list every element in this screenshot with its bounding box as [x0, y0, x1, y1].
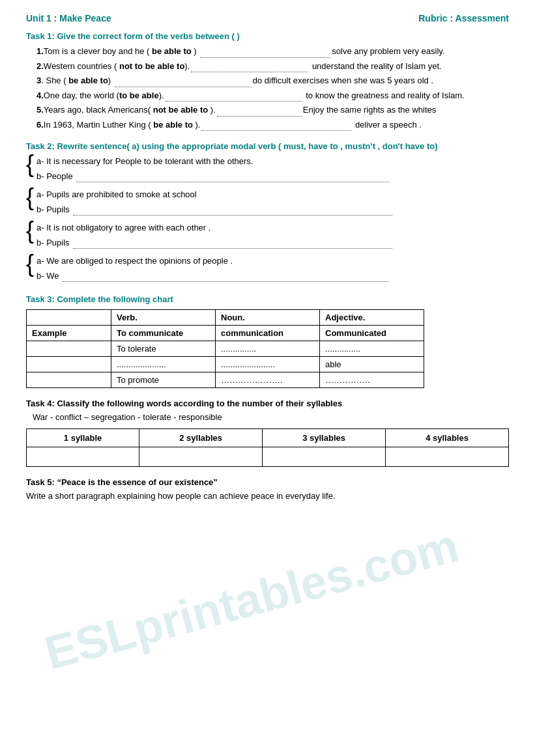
brace1-icon: { — [26, 152, 34, 176]
header: Unit 1 : Make Peace Rubric : Assessment — [26, 13, 509, 23]
chart-row3-adj: ……………. — [320, 372, 424, 388]
task3-section: Task 3: Complete the following chart Ver… — [26, 294, 509, 388]
syllable-header-2: 2 syllables — [139, 429, 263, 447]
chart-row1-noun: ............... — [216, 341, 320, 357]
task3-table: Verb. Noun. Adjective. Example To commun… — [26, 309, 424, 388]
task4-table: 1 syllable 2 syllables 3 syllables 4 syl… — [26, 428, 509, 467]
watermark: ESLprintables.com — [39, 518, 463, 680]
task2-group1-lines: a- It is necessary for People to be tole… — [36, 155, 390, 184]
task1-line4: 4.One day, the world (to be able). to kn… — [36, 89, 509, 102]
task2-g1-a: a- It is necessary for People to be tole… — [36, 155, 390, 168]
task1-section: Task 1: Give the correct form of the ver… — [26, 31, 509, 131]
task2-g3-b: b- Pupils — [36, 236, 394, 249]
task4-words: War - conflict – segregation - tolerate … — [33, 412, 509, 422]
task1-line5: 5.Years ago, black Americans( not be abl… — [36, 104, 509, 117]
task2-g3-a: a- It is not obligatory to agree with ea… — [36, 221, 394, 234]
task2-group4: { a- We are obliged to respect the opini… — [26, 255, 509, 284]
syllable-cell-2 — [139, 447, 263, 467]
task1-title: Task 1: Give the correct form of the ver… — [26, 31, 509, 41]
syllable-cell-3 — [263, 447, 386, 467]
chart-row2-verb: ..................... — [111, 357, 216, 372]
task2-group2: { a- Pupils are prohibited to smoke at s… — [26, 188, 509, 217]
brace2-icon: { — [26, 186, 34, 209]
task2-group1: { a- It is necessary for People to be to… — [26, 155, 509, 184]
rubric-title: Rubric : Assessment — [418, 13, 509, 23]
chart-row3-empty — [27, 372, 111, 388]
task4-section: Task 4: Classify the following words acc… — [26, 399, 509, 467]
task4-title: Task 4: Classify the following words acc… — [26, 399, 342, 408]
chart-row2-empty — [27, 357, 111, 372]
chart-row3: To promote …………………. ……………. — [27, 372, 424, 388]
chart-row3-noun: …………………. — [216, 372, 320, 388]
task1-line3: 3. She ( be able to) do difficult exerci… — [36, 74, 509, 87]
task2-g2-a: a- Pupils are prohibited to smoke at sch… — [36, 188, 394, 201]
example-verb: To communicate — [111, 326, 216, 341]
syllable-cell-1 — [27, 447, 139, 467]
chart-row1-adj: ............... — [320, 341, 424, 357]
example-noun: communication — [216, 326, 320, 341]
chart-header-verb: Verb. — [111, 310, 216, 326]
task5-title: Task 5: “Peace is the essence of our exi… — [26, 477, 218, 487]
chart-row3-verb: To promote — [111, 372, 216, 388]
chart-header-row: Verb. Noun. Adjective. — [27, 310, 424, 326]
chart-header-noun: Noun. — [216, 310, 320, 326]
syllable-header-row: 1 syllable 2 syllables 3 syllables 4 syl… — [27, 429, 509, 447]
task2-title: Task 2: Rewrite sentence( a) using the a… — [26, 141, 509, 151]
task1-lines: 1.Tom is a clever boy and he ( be able t… — [36, 45, 509, 131]
example-adj: Communicated — [320, 326, 424, 341]
syllable-header-1: 1 syllable — [27, 429, 139, 447]
syllable-header-4: 4 syllables — [386, 429, 509, 447]
chart-header-empty — [27, 310, 111, 326]
task5-section: Task 5: “Peace is the essence of our exi… — [26, 477, 509, 503]
task2-group4-lines: a- We are obliged to respect the opinion… — [36, 255, 390, 284]
chart-row2-adj: able — [320, 357, 424, 372]
task2-g4-b: b- We — [36, 270, 390, 283]
unit-title: Unit 1 : Make Peace — [26, 13, 111, 23]
chart-row2-noun: ....................... — [216, 357, 320, 372]
task2-group2-lines: a- Pupils are prohibited to smoke at sch… — [36, 188, 394, 217]
task2-group3: { a- It is not obligatory to agree with … — [26, 221, 509, 251]
task2-g1-b: b- People — [36, 170, 390, 183]
syllable-data-row — [27, 447, 509, 467]
chart-example-row: Example To communicate communication Com… — [27, 326, 424, 341]
task2-g4-a: a- We are obliged to respect the opinion… — [36, 255, 390, 268]
syllable-cell-4 — [386, 447, 509, 467]
task1-line2: 2.Western countries ( not to be able to)… — [36, 60, 509, 73]
example-label: Example — [27, 326, 111, 341]
chart-row1-empty — [27, 341, 111, 357]
chart-row1-verb: To tolerate — [111, 341, 216, 357]
chart-row2: ..................... ..................… — [27, 357, 424, 372]
brace4-icon: { — [26, 252, 34, 275]
chart-header-adj: Adjective. — [320, 310, 424, 326]
task2-g2-b: b- Pupils — [36, 203, 394, 216]
task1-line6: 6.In 1963, Martin Luther King ( be able … — [36, 119, 509, 132]
task3-title: Task 3: Complete the following chart — [26, 294, 509, 304]
task2-section: Task 2: Rewrite sentence( a) using the a… — [26, 141, 509, 284]
task5-body: Write a short paragraph explaining how p… — [26, 490, 509, 503]
task2-group3-lines: a- It is not obligatory to agree with ea… — [36, 221, 394, 251]
brace3-icon: { — [26, 219, 34, 242]
syllable-header-3: 3 syllables — [263, 429, 386, 447]
chart-row1: To tolerate ............... ............… — [27, 341, 424, 357]
task1-line1: 1.Tom is a clever boy and he ( be able t… — [36, 45, 509, 58]
